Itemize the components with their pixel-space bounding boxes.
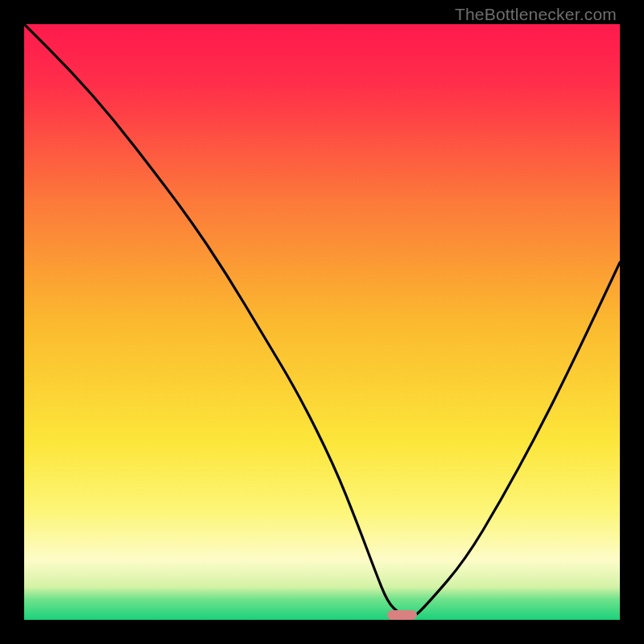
plot-area [24,24,620,620]
watermark-text: TheBottlenecker.com [455,5,617,24]
optimum-marker [387,610,417,620]
bottleneck-curve [24,24,620,620]
chart-frame: TheBottlenecker.com [0,0,644,644]
